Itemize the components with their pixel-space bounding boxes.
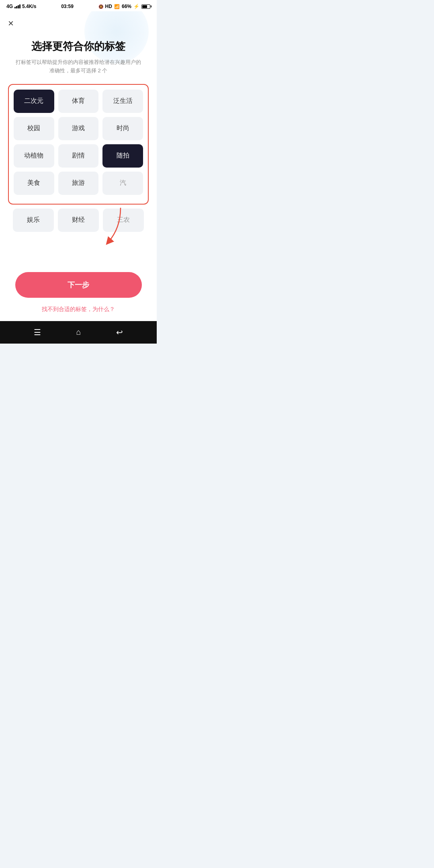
alarm-icon: 🔕 xyxy=(98,4,103,9)
tag-旅游[interactable]: 旅游 xyxy=(58,172,99,195)
tags-row-1: 二次元 体育 泛生活 xyxy=(14,90,143,113)
signal-bars xyxy=(14,4,20,8)
help-text: 找不到合适的标签，为什么？ xyxy=(8,306,149,313)
close-button[interactable]: × xyxy=(8,18,14,29)
speed-label: 5.4K/s xyxy=(22,4,36,9)
arrow-annotation xyxy=(8,236,149,268)
network-label: 4G xyxy=(6,4,13,9)
tags-row-4: 美食 旅游 汽 xyxy=(14,172,143,195)
tag-体育[interactable]: 体育 xyxy=(58,90,99,113)
tag-二次元[interactable]: 二次元 xyxy=(14,90,54,113)
main-container: × 选择更符合你的标签 打标签可以帮助提升你的内容被推荐给潜在兴趣用户的准确性，… xyxy=(0,11,157,321)
status-left: 4G 5.4K/s xyxy=(6,4,36,9)
home-icon[interactable]: ⌂ xyxy=(76,328,81,337)
tag-汽[interactable]: 汽 xyxy=(102,172,143,195)
hd-label: HD xyxy=(105,4,112,9)
lightning-icon: ⚡ xyxy=(133,4,139,9)
tag-校园[interactable]: 校园 xyxy=(14,117,54,140)
arrow-svg xyxy=(88,204,137,252)
status-right: 🔕 HD 📶 66% ⚡ xyxy=(98,4,150,9)
page-title: 选择更符合你的标签 xyxy=(8,39,149,53)
back-icon[interactable]: ↩ xyxy=(116,328,123,337)
tag-时尚[interactable]: 时尚 xyxy=(102,117,143,140)
bottom-nav: ☰ ⌂ ↩ xyxy=(0,321,157,344)
page-subtitle: 打标签可以帮助提升你的内容被推荐给潜在兴趣用户的准确性，最多可选择 2 个 xyxy=(8,58,149,75)
battery-icon xyxy=(141,4,150,9)
wifi-icon: 📶 xyxy=(114,4,120,9)
time-label: 03:59 xyxy=(61,4,74,9)
content-area: 选择更符合你的标签 打标签可以帮助提升你的内容被推荐给潜在兴趣用户的准确性，最多… xyxy=(0,11,157,321)
battery-pct: 66% xyxy=(122,4,131,9)
tag-游戏[interactable]: 游戏 xyxy=(58,117,99,140)
next-button[interactable]: 下一步 xyxy=(15,272,142,298)
help-prefix: 找不到合适的标签， xyxy=(42,306,92,312)
tag-泛生活[interactable]: 泛生活 xyxy=(102,90,143,113)
tags-row-2: 校园 游戏 时尚 xyxy=(14,117,143,140)
tag-娱乐[interactable]: 娱乐 xyxy=(13,209,54,232)
tag-美食[interactable]: 美食 xyxy=(14,172,54,195)
tag-剧情[interactable]: 剧情 xyxy=(58,144,99,168)
tags-row-3: 动植物 剧情 随拍 xyxy=(14,144,143,168)
menu-icon[interactable]: ☰ xyxy=(34,328,41,337)
help-link[interactable]: 为什么？ xyxy=(92,306,115,312)
tag-随拍[interactable]: 随拍 xyxy=(102,144,143,168)
tags-selection-box: 二次元 体育 泛生活 校园 游戏 时尚 动植物 剧情 随拍 美食 旅游 汽 xyxy=(8,84,149,205)
tag-动植物[interactable]: 动植物 xyxy=(14,144,54,168)
status-bar: 4G 5.4K/s 03:59 🔕 HD 📶 66% ⚡ xyxy=(0,0,157,11)
